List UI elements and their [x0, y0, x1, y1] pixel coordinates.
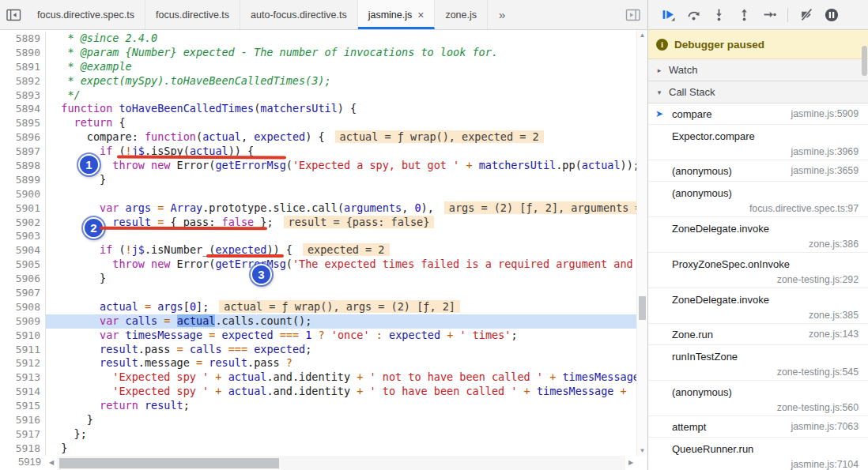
code-line[interactable]: * @since 2.4.0 [46, 32, 636, 46]
callstack-frame-anonymous[interactable]: (anonymous)focus.directive.spec.ts:97 [648, 182, 868, 217]
line-number[interactable]: 5907 [0, 286, 46, 300]
step-button[interactable] [762, 8, 776, 22]
code-line[interactable]: result.pass = calls === expected; [46, 343, 636, 357]
step-out-button[interactable] [737, 8, 751, 22]
code-line[interactable]: 'Expected spy ' + actual.and.identity + … [46, 370, 636, 385]
code-line[interactable] [46, 187, 636, 201]
code-line[interactable]: var calls = actual.calls.count(); [46, 314, 636, 329]
line-number[interactable]: 5916 [0, 413, 46, 427]
line-number[interactable]: 5889 [0, 32, 46, 46]
line-number[interactable]: 5891 [0, 60, 46, 74]
code-line[interactable] [46, 229, 636, 243]
section-watch[interactable]: ▸ Watch [648, 59, 868, 81]
line-number[interactable]: 5898 [0, 159, 46, 173]
step-over-button[interactable] [686, 8, 700, 22]
callstack-frame-anonymous[interactable]: (anonymous)jasmine.js:3659 [648, 160, 868, 182]
code-line[interactable]: } [46, 272, 636, 286]
line-number[interactable]: 5895 [0, 116, 46, 130]
callstack-frame-proxyzonespec-oninvoke[interactable]: ProxyZoneSpec.onInvokezone-testing.js:29… [648, 253, 868, 288]
code-line[interactable]: var args = Array.prototype.slice.call(ar… [46, 201, 636, 216]
code-line[interactable]: * @example [46, 60, 636, 74]
hide-navigator-button[interactable] [0, 0, 27, 29]
line-number[interactable]: 5917 [0, 427, 46, 442]
line-number[interactable]: 5906 [0, 272, 46, 286]
open-panel-button[interactable] [619, 0, 647, 29]
section-call-stack[interactable]: ▾ Call Stack [648, 81, 868, 103]
tab-zone-js[interactable]: zone.js [435, 0, 488, 29]
scroll-left-icon[interactable]: ◀ [46, 456, 57, 470]
callstack-frame-expector-compare[interactable]: Expector.comparejasmine.js:3969 [648, 125, 868, 160]
tab-focus-directive-ts[interactable]: focus.directive.ts [145, 0, 240, 29]
line-number[interactable]: 5913 [0, 370, 46, 385]
scroll-right-icon[interactable]: ▶ [625, 456, 636, 470]
line-number[interactable]: 5894 [0, 102, 46, 116]
resume-button[interactable] [661, 8, 675, 22]
line-number[interactable]: 5903 [0, 229, 46, 243]
code-line[interactable]: function toHaveBeenCalledTimes(matchersU… [46, 102, 636, 116]
line-number[interactable]: 5893 [0, 88, 46, 103]
code-token: + [466, 159, 472, 171]
scroll-down-icon[interactable]: ▼ [637, 446, 647, 456]
line-number[interactable]: 5901 [0, 201, 46, 216]
line-number[interactable]: 5908 [0, 300, 46, 314]
code-line[interactable]: * @param {Number} expected - The number … [46, 46, 636, 60]
horizontal-scrollbar[interactable]: 5919 ◀ ▶ [0, 456, 636, 470]
line-number[interactable]: 5896 [0, 130, 46, 145]
line-number[interactable]: 5911 [0, 343, 46, 357]
code-line[interactable]: if (!j$.isNumber_(expected)) {expected =… [46, 243, 636, 258]
callstack-frame-queuerunner-run[interactable]: QueueRunner.runjasmine.js:7104 [648, 438, 868, 470]
line-number[interactable]: 5900 [0, 187, 46, 201]
code-line[interactable]: result.message = result.pass ? [46, 356, 636, 370]
horizontal-scrollbar-track[interactable] [57, 456, 625, 470]
tab-auto-focus-directive-ts[interactable]: auto-focus.directive.ts [240, 0, 358, 29]
callstack-frame-zone-run[interactable]: Zone.runzone.js:143 [648, 324, 868, 345]
code-line[interactable]: throw new Error(getErrorMsg('The expecte… [46, 258, 636, 272]
code-line[interactable]: * expect(mySpy).toHaveBeenCalledTimes(3)… [46, 74, 636, 88]
code-line[interactable]: compare: function(actual, expected) {act… [46, 130, 636, 145]
line-number[interactable]: 5890 [0, 46, 46, 60]
line-number[interactable]: 5909 [0, 314, 46, 329]
line-number[interactable]: 5892 [0, 74, 46, 88]
code-line[interactable]: */ [46, 88, 636, 103]
code-line[interactable]: } [46, 442, 636, 456]
line-number[interactable]: 5899 [0, 173, 46, 187]
code-line[interactable]: return { [46, 116, 636, 130]
callstack-frame-runintestzone[interactable]: runInTestZonezone-testing.js:545 [648, 345, 868, 381]
code-line[interactable]: } [46, 413, 636, 427]
code-line[interactable]: }; [46, 427, 636, 442]
line-number[interactable]: 5914 [0, 385, 46, 399]
line-number[interactable]: 5897 [0, 145, 46, 159]
step-into-button[interactable] [711, 8, 726, 22]
code-line[interactable] [46, 286, 636, 300]
code-line[interactable]: return result; [46, 399, 636, 413]
tab-focus-directive-spec-ts[interactable]: focus.directive.spec.ts [27, 0, 145, 29]
pause-on-exceptions-button[interactable] [825, 8, 839, 22]
code-line[interactable]: actual = args[0];actual = ƒ wrap(), args… [46, 300, 636, 314]
horizontal-scrollbar-thumb[interactable] [59, 458, 279, 468]
line-number[interactable]: 5902 [0, 216, 46, 230]
close-icon[interactable]: × [417, 9, 424, 21]
line-number[interactable]: 5910 [0, 329, 46, 343]
callstack-frame-attempt[interactable]: attemptjasmine.js:7063 [648, 416, 868, 438]
callstack-frame-zonedelegate-invoke[interactable]: ZoneDelegate.invokezone.js:385 [648, 288, 868, 324]
code-line[interactable]: 'Expected spy ' + actual.and.identity + … [46, 385, 636, 399]
deactivate-breakpoints-button[interactable] [799, 8, 813, 22]
callstack-frame-zonedelegate-invoke[interactable]: ZoneDelegate.invokezone.js:386 [648, 217, 868, 253]
line-number[interactable]: 5904 [0, 243, 46, 258]
tab-jasmine-js[interactable]: jasmine.js× [358, 0, 436, 29]
more-tabs-button[interactable]: » [488, 0, 516, 29]
line-number[interactable]: 5915 [0, 399, 46, 413]
line-number[interactable]: 5905 [0, 258, 46, 272]
code-token: args [157, 300, 183, 313]
line-number[interactable]: 5918 [0, 442, 46, 456]
scroll-up-icon[interactable]: ▲ [637, 30, 647, 40]
code-line[interactable]: } [46, 173, 636, 187]
callstack-frame-anonymous[interactable]: (anonymous)zone-testing.js:560 [648, 381, 868, 416]
callstack-frame-compare[interactable]: ➤comparejasmine.js:5909 [648, 103, 868, 125]
sidebar-scrollbar-thumb[interactable] [862, 46, 867, 76]
vertical-scrollbar[interactable]: ▲ ▼ [636, 30, 647, 456]
code-line[interactable]: throw new Error(getErrorMsg('Expected a … [46, 159, 636, 173]
vertical-scrollbar-thumb[interactable] [639, 296, 646, 320]
line-number[interactable]: 5912 [0, 356, 46, 370]
code-line[interactable]: var timesMessage = expected === 1 ? 'onc… [46, 329, 636, 343]
